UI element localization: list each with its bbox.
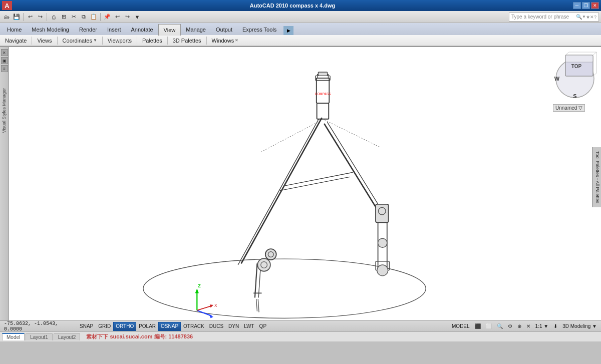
layout2-tab[interactable]: Layout2	[54, 333, 81, 340]
qat-separator-3	[100, 13, 101, 21]
qat-dropdown[interactable]: ▼	[133, 13, 142, 22]
viewport-black[interactable]: ⬛	[473, 322, 483, 331]
scale-dropdown[interactable]: 1:1 ▼	[533, 322, 551, 331]
svg-line-39	[256, 299, 257, 311]
title-bar: A AutoCAD 2010 compass x 4.dwg ─ ❐ ✕	[0, 0, 601, 11]
add-button[interactable]: ⊕	[515, 322, 523, 331]
tab-express-tools[interactable]: Express Tools	[237, 24, 281, 35]
paste-button[interactable]: 📋	[89, 13, 98, 22]
tab-mesh-modeling[interactable]: Mesh Modeling	[27, 24, 74, 35]
status-bar: -75.8632, -1.0543, 0.0000 SNAP GRID ORTH…	[0, 320, 601, 331]
svg-line-40	[258, 299, 259, 312]
print-button[interactable]: ⎙	[49, 13, 58, 22]
left-btn-menu[interactable]: ≡	[1, 65, 8, 72]
svg-line-24	[283, 172, 353, 186]
search-box: Type a keyword or phrase 🔍 ▼ ★ ✕ ?	[509, 13, 599, 22]
quick-access-toolbar: 🗁 💾 ↩ ↪ ⎙ ⊞ ✂ ⧉ 📋 📌 ↩ ↪ ▼ Type a keyword…	[0, 11, 601, 23]
nav-palettes[interactable]: Palettes	[139, 36, 165, 45]
redo2-button[interactable]: ↪	[123, 13, 132, 22]
osnap-button[interactable]: OSNAP	[158, 322, 181, 331]
search-expand-icon[interactable]: ?	[594, 15, 596, 20]
nav-windows[interactable]: Windows ✕	[209, 36, 242, 45]
layout1-tab[interactable]: Layout1	[26, 333, 53, 340]
collapse-button[interactable]: ⬇	[551, 322, 559, 331]
save-button[interactable]: 💾	[12, 13, 21, 22]
nav-3d-palettes[interactable]: 3D Palettes	[170, 36, 204, 45]
svg-point-37	[257, 258, 270, 271]
ribbon-tab-bar: Home Mesh Modeling Render Insert Annotat…	[0, 23, 601, 35]
svg-text:COMPASS: COMPASS	[315, 92, 331, 96]
app-icon[interactable]: A	[2, 1, 12, 10]
nav-coordinates[interactable]: Coordinates ▼	[60, 36, 100, 45]
search-close-icon[interactable]: ✕	[590, 15, 594, 20]
svg-text:Z: Z	[198, 283, 201, 288]
left-btn-square[interactable]: ▣	[1, 57, 8, 64]
close-button[interactable]: ✕	[591, 2, 599, 9]
tab-annotate[interactable]: Annotate	[126, 24, 158, 35]
drawing-area[interactable]: N S W TOP Unnamed ▽	[9, 47, 601, 320]
windows-arrow: ✕	[235, 38, 238, 43]
svg-point-32	[377, 265, 388, 276]
tab-insert[interactable]: Insert	[102, 24, 126, 35]
nav-views[interactable]: Views	[34, 36, 55, 45]
copy-button[interactable]: ⧉	[79, 13, 88, 22]
ribbon: Home Mesh Modeling Render Insert Annotat…	[0, 23, 601, 47]
qp-button[interactable]: QP	[257, 322, 269, 331]
lwt-button[interactable]: LWT	[241, 322, 256, 331]
model-toggle[interactable]: MODEL	[450, 322, 472, 331]
search-help-icon[interactable]: ★	[586, 15, 590, 20]
toolbar-sep-5	[167, 37, 168, 45]
svg-line-21	[238, 119, 319, 265]
toolbar-sep-4	[137, 37, 137, 45]
workspace-dropdown[interactable]: 3D Modeling ▼	[560, 322, 599, 331]
viewport[interactable]: N S W TOP Unnamed ▽	[9, 47, 601, 320]
minimize-button[interactable]: ─	[573, 2, 581, 9]
svg-marker-49	[210, 304, 213, 307]
restore-button[interactable]: ❐	[582, 2, 590, 9]
qat-separator-1	[23, 13, 24, 21]
search-icon[interactable]: 🔍	[576, 14, 582, 20]
undo-button[interactable]: ↩	[26, 13, 35, 22]
plot-button[interactable]: ⊞	[59, 13, 68, 22]
settings-button[interactable]: ⚙	[506, 322, 514, 331]
svg-line-22	[324, 124, 382, 218]
undo2-button[interactable]: ↩	[113, 13, 122, 22]
match-prop-button[interactable]: 📌	[103, 13, 112, 22]
title-bar-left: A	[2, 1, 12, 10]
coordinates-display: -75.8632, -1.0543, 0.0000	[2, 321, 77, 332]
tab-view[interactable]: View	[158, 24, 181, 36]
tab-home[interactable]: Home	[2, 24, 27, 35]
svg-text:X: X	[214, 303, 217, 308]
right-panel-label: Tool Palettes - All Palettes	[595, 151, 600, 203]
tab-render[interactable]: Render	[74, 24, 102, 35]
redo-button[interactable]: ↪	[36, 13, 45, 22]
tab-manage[interactable]: Manage	[181, 24, 211, 35]
viewport-white[interactable]: ⬜	[484, 322, 494, 331]
left-btn-close[interactable]: ✕	[1, 49, 8, 56]
ortho-button[interactable]: ORTHO	[113, 322, 136, 331]
close-button2[interactable]: ✕	[524, 322, 532, 331]
svg-rect-18	[318, 72, 327, 76]
search-placeholder: Type a keyword or phrase	[511, 14, 569, 20]
svg-point-26	[265, 249, 276, 260]
right-panel-tab[interactable]: Tool Palettes - All Palettes	[592, 147, 601, 207]
new-button[interactable]: 🗁	[2, 13, 11, 22]
svg-line-23	[328, 122, 386, 216]
grid-button[interactable]: GRID	[96, 322, 113, 331]
toolbar-sep-1	[32, 37, 32, 45]
polar-button[interactable]: POLAR	[136, 322, 158, 331]
search-options-icon[interactable]: ▼	[582, 15, 586, 19]
ribbon-help-button[interactable]: ▶	[283, 26, 293, 35]
snap-button[interactable]: SNAP	[77, 322, 96, 331]
zoom-button[interactable]: 🔍	[495, 322, 505, 331]
nav-viewports[interactable]: Viewports	[105, 36, 135, 45]
cut-button[interactable]: ✂	[69, 13, 78, 22]
model-tab[interactable]: Model	[2, 333, 25, 340]
svg-marker-44	[195, 288, 199, 293]
tab-output[interactable]: Output	[211, 24, 237, 35]
otrack-button[interactable]: OTRACK	[181, 322, 207, 331]
compass-drawing: COMPASS	[9, 47, 601, 320]
nav-navigate[interactable]: Navigate	[2, 36, 30, 45]
dyn-button[interactable]: DYN	[226, 322, 241, 331]
ducs-button[interactable]: DUCS	[207, 322, 226, 331]
